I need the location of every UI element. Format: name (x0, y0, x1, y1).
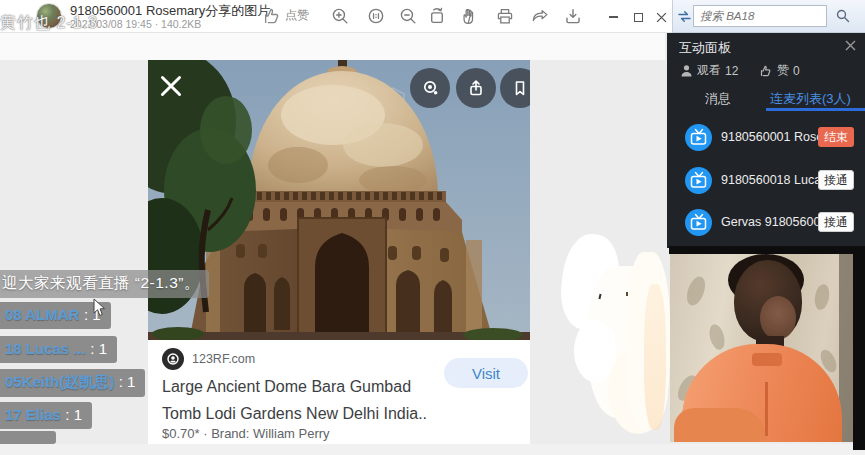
chat-user-name: 17 Elias (5, 406, 61, 423)
lens-icon (421, 79, 439, 97)
pen-speck (626, 292, 628, 296)
panel-close-icon[interactable] (845, 40, 856, 51)
whiteboard-eraser-marks (540, 228, 670, 440)
close-image-icon[interactable] (160, 75, 182, 97)
bookmark-icon (511, 79, 529, 97)
accept-call-button[interactable]: 接通 (818, 170, 854, 190)
member-row[interactable]: 9180560001 Rosemary 结束 (667, 116, 865, 158)
close-icon (656, 12, 667, 23)
curtain-pattern (683, 274, 708, 308)
print-icon[interactable] (496, 7, 514, 25)
interaction-panel: 互动面板 观看 12 赞 0 消息 连麦列表(3人) (667, 30, 865, 248)
hand-tool-icon[interactable] (461, 7, 479, 25)
source-site-label: 123RF.com (192, 352, 255, 366)
photo-viewer-titlebar: 9180560001 Rosemary分享的图片 2021/03/08 19:4… (0, 0, 672, 33)
viewers-count: 12 (725, 64, 738, 78)
forward-share-icon[interactable] (531, 7, 549, 25)
result-price: $0.70* · Brand: William Perry (162, 426, 330, 441)
viewers-stat: 观看 12 (680, 62, 738, 79)
viewer-background-strip (0, 33, 665, 60)
member-row[interactable]: 9180560018 Lucas ... 接通 (667, 159, 865, 201)
tab-call-list[interactable]: 连麦列表(3人) (770, 90, 851, 108)
result-info-section: 123RF.com Visit Large Ancient Dome Bara … (148, 340, 530, 444)
chat-message-text: : 1 (65, 406, 82, 423)
source-logo-icon (166, 352, 180, 366)
like-label: 点赞 (285, 7, 309, 24)
curtain-pattern (813, 283, 831, 311)
jacket-zipper (765, 382, 768, 436)
browser-search-input[interactable] (694, 6, 826, 26)
result-title-line2: Tomb Lodi Gardens New Delhi India.. (162, 405, 427, 423)
likes-stat: 赞 0 (760, 62, 800, 79)
jacket-collar (752, 353, 782, 366)
likes-count: 0 (793, 64, 800, 78)
tv-icon (685, 124, 712, 151)
person-arms (674, 408, 766, 442)
announcement-text: 迎大家来观看直播 “2-1.3”。 (2, 274, 200, 291)
likes-icon (760, 64, 773, 77)
webcam-video (665, 246, 865, 455)
active-tab-underline (766, 108, 865, 111)
tab-messages[interactable]: 消息 (705, 90, 731, 108)
curtain-pattern (707, 323, 727, 352)
window-minimize-button[interactable] (605, 9, 621, 25)
like-button[interactable]: 点赞 (263, 6, 309, 24)
actual-size-icon[interactable] (367, 7, 385, 25)
browser-toolbar-fragment (672, 0, 865, 33)
webcam-frame (853, 246, 865, 450)
live-announcement: 迎大家来观看直播 “2-1.3”。 (0, 270, 209, 298)
member-name: Gervas 9180560004 (721, 215, 818, 229)
result-title-line1: Large Ancient Dome Bara Gumbad (162, 378, 411, 396)
stream-app-screen: 123RF.com Visit Large Ancient Dome Bara … (0, 0, 865, 455)
window-maximize-button[interactable] (630, 9, 646, 25)
member-name: 9180560018 Lucas ... (721, 173, 818, 187)
chat-message: 05Keith(赵凯思) : 1 (0, 369, 145, 397)
chat-message: 17 Elias : 1 (0, 402, 92, 429)
orange-smudge (644, 284, 666, 430)
webcam-frame (669, 246, 865, 254)
share-icon (467, 79, 485, 97)
thumbs-up-icon (263, 6, 281, 24)
rotate-icon[interactable] (428, 7, 446, 25)
tv-icon (685, 209, 712, 236)
visit-button-label: Visit (472, 365, 500, 382)
likes-label: 赞 (777, 62, 789, 79)
mouse-cursor (93, 298, 106, 317)
share-image-button[interactable] (456, 68, 496, 108)
source-site-avatar (162, 348, 184, 370)
zoom-in-icon[interactable] (331, 7, 349, 25)
chat-message-partial (0, 431, 56, 444)
viewers-icon (680, 64, 693, 77)
member-name: 9180560001 Rosemary (721, 130, 818, 144)
panel-title: 互动面板 (679, 39, 731, 57)
tv-icon (685, 167, 712, 194)
chat-message-text: : 1 (90, 340, 107, 357)
visit-button[interactable]: Visit (444, 358, 528, 388)
viewers-label: 观看 (697, 62, 721, 79)
member-row[interactable]: Gervas 9180560004 接通 (667, 201, 865, 243)
chat-message: 18 Lucas ... : 1 (0, 336, 117, 363)
search-magnifier-icon[interactable] (836, 9, 850, 23)
person-face (760, 296, 796, 340)
accept-call-button[interactable]: 接通 (818, 212, 854, 232)
white-blob (574, 320, 616, 382)
chat-user-name: 08 ALMAR (5, 306, 79, 323)
chat-user-name: 05Keith(赵凯思) (5, 373, 114, 390)
window-close-button[interactable] (653, 9, 669, 25)
browser-search-box (693, 5, 827, 27)
end-call-button[interactable]: 结束 (818, 127, 854, 147)
chat-user-name: 18 Lucas ... (5, 340, 86, 357)
zoom-out-icon[interactable] (399, 7, 417, 25)
image-result-card: 123RF.com Visit Large Ancient Dome Bara … (148, 60, 530, 444)
monument-photo (148, 60, 530, 340)
chat-message-text: : 1 (119, 373, 136, 390)
webcam-feed (670, 254, 853, 442)
lens-search-button[interactable] (410, 68, 450, 108)
stream-watermark-text: 黄竹也 2-1.3 (0, 13, 98, 34)
refresh-arrows-icon[interactable] (677, 9, 692, 24)
download-icon[interactable] (564, 7, 582, 25)
